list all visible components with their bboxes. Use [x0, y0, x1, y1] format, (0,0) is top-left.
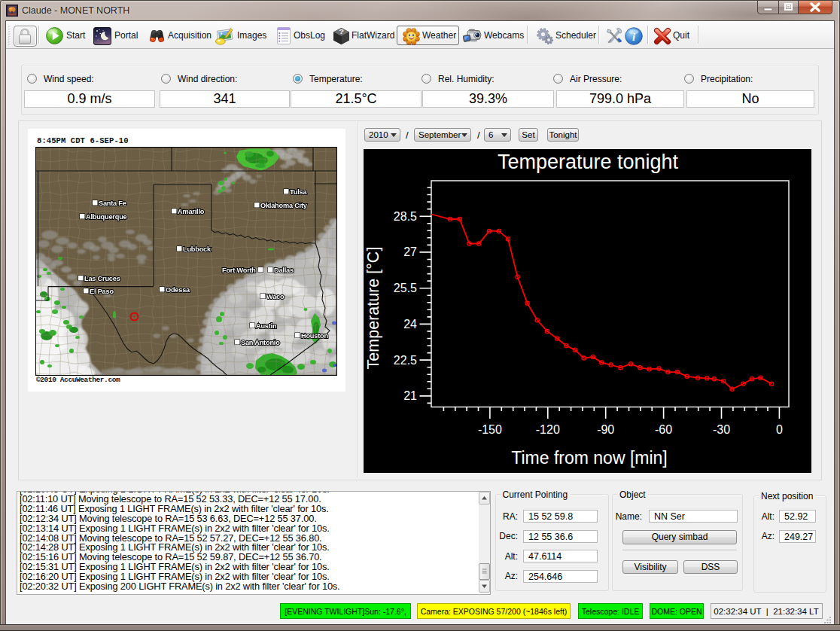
svg-text:Temperature tonight: Temperature tonight [498, 151, 679, 173]
svg-text:22.5: 22.5 [394, 354, 417, 367]
svg-text:24: 24 [403, 318, 417, 331]
svg-text:?: ? [339, 28, 344, 35]
svg-text:Temperature [°C]: Temperature [°C] [364, 247, 382, 370]
svg-text:Austin: Austin [256, 322, 277, 330]
svg-text:Time from now [min]: Time from now [min] [511, 448, 667, 468]
svg-text:0: 0 [776, 423, 783, 436]
svg-text:-150: -150 [478, 423, 502, 436]
svg-text:25.5: 25.5 [394, 282, 417, 294]
svg-text:28.5: 28.5 [394, 210, 417, 223]
svg-text:21: 21 [403, 389, 417, 402]
svg-text:-90: -90 [597, 423, 614, 436]
svg-text:El Paso: El Paso [90, 288, 114, 295]
svg-text:Odessa: Odessa [166, 286, 190, 294]
svg-text:San Antonio: San Antonio [241, 339, 280, 346]
svg-text:Tulsa: Tulsa [290, 188, 307, 196]
svg-text:Las Cruces: Las Cruces [84, 275, 120, 282]
svg-text:Waco: Waco [266, 293, 285, 300]
svg-text:i: i [632, 31, 635, 43]
svg-text:Santa Fe: Santa Fe [99, 200, 126, 207]
svg-text:Fort Worth: Fort Worth [222, 267, 256, 274]
svg-text:-60: -60 [655, 423, 672, 436]
svg-text:Dallas: Dallas [274, 267, 294, 274]
svg-text:27: 27 [403, 245, 417, 258]
svg-text:Lubbock: Lubbock [183, 245, 212, 253]
svg-text:-120: -120 [536, 423, 560, 436]
svg-text:Amarillo: Amarillo [178, 208, 205, 215]
svg-text:Oklahoma City: Oklahoma City [260, 202, 308, 209]
svg-text:Houston: Houston [301, 332, 328, 340]
svg-text:-30: -30 [713, 423, 730, 436]
svg-text:Albuquerque: Albuquerque [86, 213, 127, 221]
